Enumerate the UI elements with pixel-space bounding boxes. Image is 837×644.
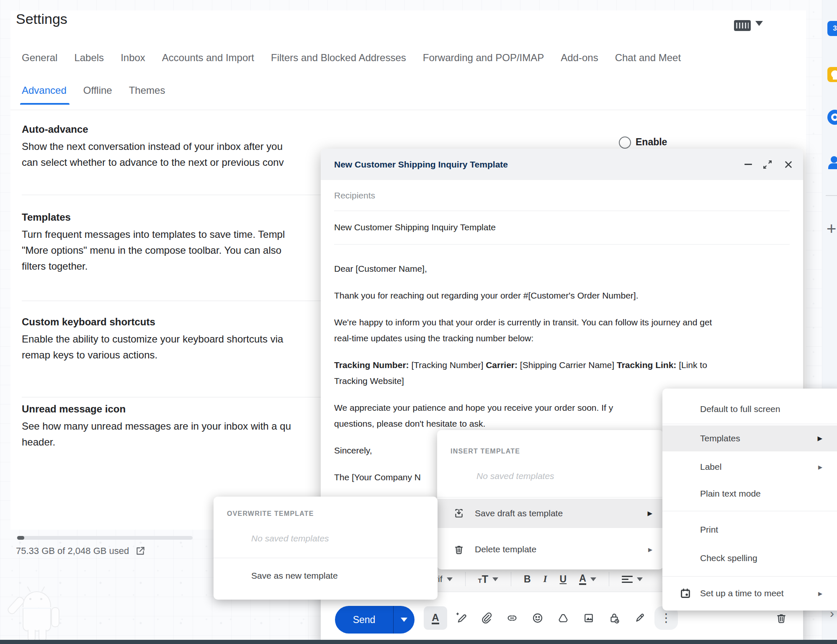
input-method-dropdown-caret-icon[interactable]	[755, 21, 763, 26]
italic-button[interactable]: I	[543, 574, 547, 585]
send-options-button[interactable]	[394, 618, 415, 622]
label-item[interactable]: Label ▸	[662, 454, 837, 480]
tab-offline[interactable]: Offline	[83, 85, 112, 96]
confidential-mode-button[interactable]	[603, 606, 626, 630]
submenu-arrow-icon: ▸	[818, 588, 822, 598]
android-antenna	[27, 586, 31, 592]
templates-desc-line2: "More options" menu in the compose toolb…	[22, 242, 281, 258]
tab-inbox[interactable]: Inbox	[121, 52, 145, 64]
link-icon	[506, 612, 518, 624]
set-up-time-to-meet-item[interactable]: Set up a time to meet ▸	[662, 580, 837, 606]
body-line: questions, please don't hesitate to ask.	[334, 419, 485, 428]
gmail-settings-screen: Settings General Labels Inbox Accounts a…	[0, 0, 837, 644]
compose-header[interactable]: New Customer Shipping Inquiry Template	[321, 149, 803, 180]
custom-shortcuts-heading: Custom keyboard shortcuts	[22, 316, 155, 328]
tab-add-ons[interactable]: Add-ons	[561, 52, 598, 64]
contacts-icon[interactable]	[827, 155, 837, 170]
toolbar-separator	[609, 572, 609, 586]
minimize-icon[interactable]	[744, 164, 752, 165]
enable-radio[interactable]	[619, 137, 631, 149]
tab-labels[interactable]: Labels	[74, 52, 104, 64]
unread-icon-heading: Unread message icon	[22, 403, 126, 415]
more-options-menu: Default to full screen Templates ▶ Label…	[662, 389, 837, 611]
subject-value: New Customer Shipping Inquiry Template	[334, 222, 496, 232]
body-paragraph: Dear [Customer Name],	[334, 261, 790, 277]
tracking-link-value-2: Tracking Website]	[334, 376, 404, 386]
tab-forwarding-and-pop-imap[interactable]: Forwarding and POP/IMAP	[423, 52, 544, 64]
insert-photo-button[interactable]	[577, 606, 600, 630]
tab-chat-and-meet[interactable]: Chat and Meet	[615, 52, 681, 64]
open-in-full-icon[interactable]	[762, 159, 773, 170]
lock-clock-icon	[608, 612, 621, 624]
recipients-field[interactable]: Recipients	[334, 180, 790, 211]
keep-icon[interactable]	[827, 67, 837, 82]
tab-themes[interactable]: Themes	[129, 85, 165, 96]
check-spelling-item[interactable]: Check spelling	[662, 545, 837, 571]
tab-filters-and-blocked-addresses[interactable]: Filters and Blocked Addresses	[271, 52, 406, 64]
font-family-select[interactable]: rif	[435, 574, 453, 584]
calendar-icon[interactable]: 3	[827, 21, 837, 36]
tracking-number-value: [Tracking Number]	[409, 360, 486, 370]
close-icon[interactable]	[783, 159, 794, 170]
calendar-icon	[679, 587, 692, 600]
body-paragraph: We're happy to inform you that your orde…	[334, 314, 790, 346]
delete-template-label: Delete template	[475, 544, 648, 554]
tab-advanced[interactable]: Advanced	[22, 85, 67, 96]
menu-divider	[214, 558, 438, 558]
side-panel-divider	[826, 195, 837, 196]
menu-divider	[662, 576, 837, 577]
chevron-down-icon	[590, 577, 596, 581]
chevron-right-icon[interactable]: ›	[830, 606, 834, 621]
active-tab-underline	[20, 103, 70, 105]
get-add-ons-plus-icon[interactable]: +	[827, 219, 836, 238]
default-to-full-screen-item[interactable]: Default to full screen	[662, 396, 837, 422]
attach-file-button[interactable]	[475, 606, 498, 630]
toolbar-separator	[465, 572, 466, 586]
print-item[interactable]: Print	[662, 517, 837, 543]
templates-item[interactable]: Templates ▶	[662, 425, 837, 451]
storage-usage-text: 75.33 GB of 2,048 GB used	[16, 546, 129, 556]
underline-button[interactable]: U	[560, 574, 567, 585]
templates-desc-line3: filters together.	[22, 258, 88, 274]
calendar-date-badge: 3	[833, 24, 837, 33]
font-size-select[interactable]: T T	[478, 573, 498, 585]
submenu-arrow-icon: ▸	[818, 462, 822, 472]
size-glyph-small: T	[478, 577, 482, 584]
tab-general[interactable]: General	[22, 52, 57, 64]
plain-text-mode-item[interactable]: Plain text mode	[662, 481, 837, 507]
storage-progress-fill	[17, 536, 24, 540]
subject-field[interactable]: New Customer Shipping Inquiry Template	[334, 211, 790, 245]
insert-link-button[interactable]	[500, 606, 524, 630]
bold-button[interactable]: B	[524, 574, 531, 585]
insert-template-header: INSERT TEMPLATE	[451, 448, 520, 455]
align-button[interactable]	[622, 574, 643, 585]
open-in-new-icon[interactable]	[135, 546, 146, 556]
insert-signature-button[interactable]	[628, 606, 652, 630]
chevron-down-icon	[492, 577, 498, 581]
overwrite-template-menu: OVERWRITE TEMPLATE No saved templates Sa…	[214, 497, 438, 600]
insert-from-drive-button[interactable]	[551, 606, 575, 630]
unread-icon-desc-line1: See how many unread messages are in your…	[22, 418, 291, 434]
formatting-options-button[interactable]: A	[424, 606, 447, 630]
android-antenna	[41, 586, 45, 592]
android-body	[23, 608, 51, 631]
menu-divider	[437, 497, 663, 497]
toolbar-separator	[511, 572, 511, 586]
text-color-button[interactable]: A	[579, 573, 596, 585]
more-vertical-icon: ⋮	[660, 613, 672, 623]
send-button[interactable]: Send	[335, 614, 393, 626]
insert-template-empty: No saved templates	[476, 471, 554, 481]
tab-accounts-and-import[interactable]: Accounts and Import	[162, 52, 254, 64]
body-line: real-time updates using the tracking num…	[334, 333, 533, 343]
submenu-arrow-icon: ▸	[648, 544, 652, 554]
help-me-write-button[interactable]	[449, 606, 473, 630]
submenu-arrow-icon: ▶	[647, 510, 652, 517]
input-method-keyboard-icon[interactable]	[734, 20, 751, 31]
keep-bulb-base	[833, 77, 837, 80]
enable-radio-label: Enable	[636, 137, 667, 148]
delete-template-item[interactable]: Delete template ▸	[437, 535, 663, 564]
save-draft-as-template-item[interactable]: Save draft as template ▶	[437, 499, 663, 528]
save-as-new-template-item[interactable]: Save as new template	[214, 559, 438, 592]
auto-advance-desc-line2: can select whether to advance to the nex…	[22, 155, 284, 170]
insert-emoji-button[interactable]	[526, 606, 549, 630]
